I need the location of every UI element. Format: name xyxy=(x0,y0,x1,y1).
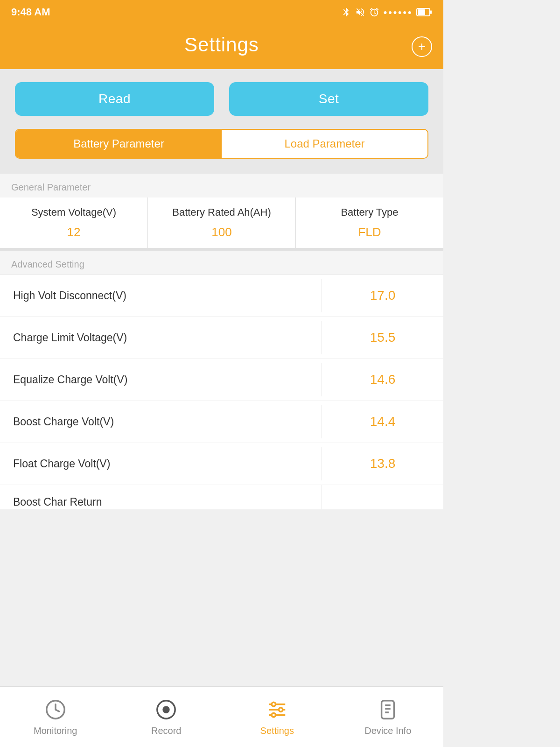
alarm-icon xyxy=(369,7,379,17)
svg-point-10 xyxy=(279,708,282,712)
monitoring-icon xyxy=(43,698,68,722)
general-params-table: System Voltage(V) 12 Battery Rated Ah(AH… xyxy=(0,197,443,251)
general-param-battery-rated: Battery Rated Ah(AH) 100 xyxy=(148,197,296,248)
nav-item-device-info[interactable]: Device Info xyxy=(333,687,444,747)
row-value-boost-return xyxy=(322,485,443,494)
table-row: Float Charge Volt(V) 13.8 xyxy=(0,443,443,485)
row-value-boost-charge[interactable]: 14.4 xyxy=(322,405,443,438)
battery-type-value: FLD xyxy=(303,225,436,240)
tab-battery-parameter[interactable]: Battery Parameter xyxy=(16,130,222,158)
status-time: 9:48 AM xyxy=(11,6,50,18)
action-buttons: Read Set xyxy=(15,82,428,116)
table-row-partial: Boost Char Return xyxy=(0,485,443,509)
header: Settings + xyxy=(0,24,443,69)
bottom-nav: Monitoring Record Settings xyxy=(0,686,443,747)
page-title: Settings xyxy=(184,34,259,56)
row-label-equalize: Equalize Charge Volt(V) xyxy=(0,363,322,396)
general-param-label: General Parameter xyxy=(0,174,443,197)
general-param-battery-type: Battery Type FLD xyxy=(296,197,443,248)
nav-label-device-info: Device Info xyxy=(364,726,411,736)
svg-rect-1 xyxy=(418,9,425,15)
content-area: Read Set Battery Parameter Load Paramete… xyxy=(0,69,443,174)
nav-label-settings: Settings xyxy=(260,726,294,736)
system-voltage-label: System Voltage(V) xyxy=(7,206,140,219)
advanced-setting-label: Advanced Setting xyxy=(0,251,443,275)
svg-rect-2 xyxy=(430,10,432,14)
row-label-boost-return: Boost Char Return xyxy=(0,485,322,509)
tab-load-parameter[interactable]: Load Parameter xyxy=(222,130,427,158)
row-value-charge-limit[interactable]: 15.5 xyxy=(322,321,443,354)
nav-label-monitoring: Monitoring xyxy=(34,726,77,736)
row-label-boost-charge: Boost Charge Volt(V) xyxy=(0,405,322,438)
advanced-section: Advanced Setting xyxy=(0,251,443,275)
system-voltage-value: 12 xyxy=(7,225,140,240)
status-bar: 9:48 AM ●●●●●● xyxy=(0,0,443,24)
bluetooth-icon xyxy=(341,7,351,17)
svg-point-5 xyxy=(163,706,170,713)
svg-point-11 xyxy=(272,713,275,717)
nav-item-monitoring[interactable]: Monitoring xyxy=(0,687,111,747)
params-section: General Parameter System Voltage(V) 12 B… xyxy=(0,174,443,509)
tab-selector: Battery Parameter Load Parameter xyxy=(15,129,428,159)
svg-point-9 xyxy=(272,702,275,706)
row-label-float-charge: Float Charge Volt(V) xyxy=(0,447,322,480)
nav-item-record[interactable]: Record xyxy=(111,687,222,747)
table-row: High Volt Disconnect(V) 17.0 xyxy=(0,275,443,317)
status-icons: ●●●●●● xyxy=(341,7,432,17)
nav-label-record: Record xyxy=(151,726,181,736)
battery-icon xyxy=(416,8,432,16)
add-button[interactable]: + xyxy=(412,36,432,57)
table-row: Charge Limit Voltage(V) 15.5 xyxy=(0,317,443,359)
table-row: Boost Charge Volt(V) 14.4 xyxy=(0,401,443,443)
row-label-high-volt: High Volt Disconnect(V) xyxy=(0,279,322,312)
battery-type-label: Battery Type xyxy=(303,206,436,219)
row-label-charge-limit: Charge Limit Voltage(V) xyxy=(0,321,322,354)
mute-icon xyxy=(355,7,365,17)
row-value-float-charge[interactable]: 13.8 xyxy=(322,447,443,480)
row-value-high-volt[interactable]: 17.0 xyxy=(322,279,443,312)
advanced-table: High Volt Disconnect(V) 17.0 Charge Limi… xyxy=(0,275,443,509)
battery-rated-value: 100 xyxy=(155,225,288,240)
general-param-system-voltage: System Voltage(V) 12 xyxy=(0,197,148,248)
set-button[interactable]: Set xyxy=(229,82,428,116)
signal-dots: ●●●●●● xyxy=(383,8,413,16)
battery-rated-label: Battery Rated Ah(AH) xyxy=(155,206,288,219)
nav-item-settings[interactable]: Settings xyxy=(222,687,333,747)
table-row: Equalize Charge Volt(V) 14.6 xyxy=(0,359,443,401)
svg-rect-12 xyxy=(382,701,394,719)
device-info-icon xyxy=(376,698,400,722)
read-button[interactable]: Read xyxy=(15,82,214,116)
settings-icon xyxy=(265,698,289,722)
record-icon xyxy=(154,698,178,722)
row-value-equalize[interactable]: 14.6 xyxy=(322,363,443,396)
